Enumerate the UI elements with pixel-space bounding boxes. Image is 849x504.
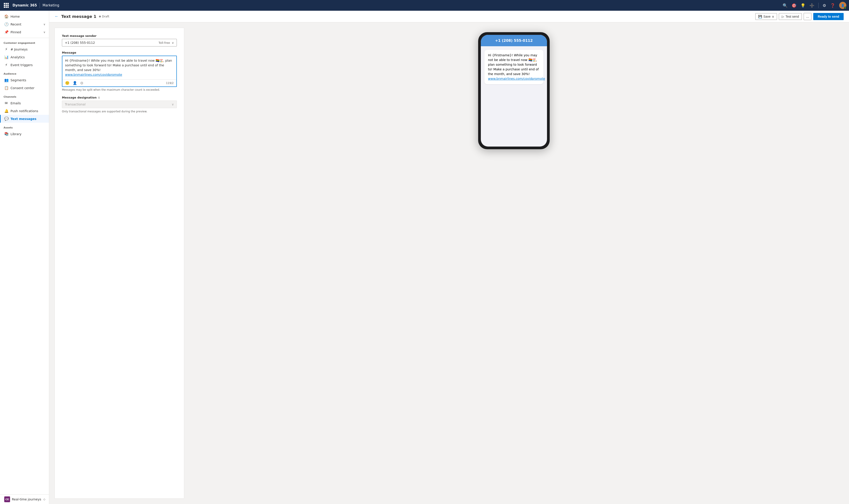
journeys-icon: ⚡: [4, 47, 8, 51]
designation-placeholder: Transactional: [65, 103, 86, 106]
ready-label: Ready to send: [818, 15, 839, 18]
recent-icon: 🕐: [4, 22, 8, 26]
sidebar-label-rtj: Real-time journeys: [12, 498, 41, 501]
status-badge: Draft: [99, 15, 109, 18]
sidebar-item-recent[interactable]: 🕐 Recent ∨: [0, 20, 49, 28]
message-text: Hi {Firstname}! While you may not be abl…: [65, 59, 172, 72]
emoji-icon[interactable]: 🙂: [65, 81, 70, 85]
sidebar-label-library: Library: [11, 132, 21, 136]
section-customer-engagement: Customer engagement ⚡ # Journeys 📊 Analy…: [0, 38, 49, 69]
sidebar-item-home[interactable]: 🏠 Home: [0, 13, 49, 20]
online-indicator: [844, 7, 846, 9]
message-label: Message: [62, 51, 177, 54]
sidebar-item-pinned[interactable]: 📌 Pinned ∨: [0, 28, 49, 36]
personalize-icon[interactable]: 👤: [73, 81, 77, 85]
phone-sms-body: Hi {Firstname}! While you may not be abl…: [481, 46, 547, 88]
header-actions: 💾 Save ∨ ▷ Test send ... Ready to send: [755, 13, 844, 20]
sms-bubble: Hi {Firstname}! While you may not be abl…: [484, 50, 544, 84]
sidebar: 🏠 Home 🕐 Recent ∨ 📌 Pinned ∨ Customer en…: [0, 11, 49, 504]
page-header: ← Text message 1 Draft 💾 Save ∨ ▷ Test s…: [49, 11, 849, 22]
form-card: Text message sender +1 (208) 555-0112 To…: [55, 28, 184, 499]
sidebar-label-sms: Text messages: [11, 117, 36, 121]
lightbulb-icon[interactable]: 💡: [800, 3, 806, 8]
sender-value: +1 (208) 555-0112: [65, 41, 95, 44]
sidebar-top: 🏠 Home 🕐 Recent ∨ 📌 Pinned ∨: [0, 11, 49, 38]
avatar[interactable]: 👤: [839, 2, 846, 9]
designation-chevron-icon: ∨: [172, 103, 174, 106]
sidebar-label-recent: Recent: [11, 22, 21, 26]
section-label-channels: Channels: [0, 92, 49, 99]
dynamic-content-icon[interactable]: ⊙: [80, 81, 83, 85]
message-field-group: Message Hi {Firstname}! While you may no…: [62, 51, 177, 91]
page-title: Text message 1: [61, 14, 96, 19]
push-icon: 🔔: [4, 109, 8, 113]
sidebar-label-emails: Emails: [11, 102, 21, 105]
sidebar-item-event-triggers[interactable]: ⚡ Event triggers: [0, 61, 49, 69]
phone-screen: +1 (208) 555-0112 Hi {Firstname}! While …: [481, 35, 547, 147]
sidebar-item-emails[interactable]: ✉️ Emails: [0, 99, 49, 107]
status-dot: [99, 16, 101, 17]
sender-right: Toll-free ∨: [159, 41, 174, 44]
sidebar-item-push[interactable]: 🔔 Push notifications: [0, 107, 49, 115]
sms-link: www.bnmairlines.com/covidpromote: [488, 77, 545, 80]
diamond-icon: ◇: [43, 498, 46, 501]
message-link[interactable]: www.bnmairlines.com/covidpromote: [65, 73, 122, 76]
help-icon[interactable]: ❓: [830, 3, 835, 8]
sidebar-label-home: Home: [11, 15, 20, 18]
phone-frame: +1 (208) 555-0112 Hi {Firstname}! While …: [478, 32, 550, 149]
save-icon: 💾: [758, 15, 762, 18]
sender-dropdown[interactable]: +1 (208) 555-0112 Toll-free ∨: [62, 39, 177, 47]
test-send-button[interactable]: ▷ Test send: [779, 13, 802, 20]
settings-icon[interactable]: ⚙️: [823, 3, 826, 8]
sms-icon: 💬: [4, 116, 8, 121]
waffle-menu[interactable]: [3, 2, 10, 9]
target-icon[interactable]: 🎯: [792, 3, 796, 8]
char-count: 119/2: [166, 82, 174, 85]
section-label-customer: Customer engagement: [0, 38, 49, 46]
info-icon: ℹ: [99, 96, 100, 99]
section-label-audience: Audience: [0, 69, 49, 76]
top-nav: Dynamic 365 Marketing 🔍 🎯 💡 ➕ ⚙️ ❓ 👤: [0, 0, 849, 11]
app-body: 🏠 Home 🕐 Recent ∨ 📌 Pinned ∨ Customer en…: [0, 11, 849, 504]
section-channels: Channels ✉️ Emails 🔔 Push notifications …: [0, 92, 49, 123]
ready-to-send-button[interactable]: Ready to send: [813, 13, 844, 20]
save-label: Save: [763, 15, 771, 18]
designation-dropdown[interactable]: Transactional ∨: [62, 101, 177, 108]
app-name: Dynamic 365: [13, 3, 37, 7]
content-area: Text message sender +1 (208) 555-0112 To…: [49, 22, 849, 504]
event-icon: ⚡: [4, 63, 8, 67]
consent-icon: 📋: [4, 86, 8, 90]
sidebar-item-consent[interactable]: 📋 Consent center: [0, 84, 49, 92]
message-textarea-wrapper: Hi {Firstname}! While you may not be abl…: [62, 56, 177, 87]
sidebar-label-analytics: Analytics: [11, 55, 25, 59]
save-button[interactable]: 💾 Save ∨: [755, 13, 777, 20]
more-icon: ...: [806, 15, 809, 18]
email-icon: ✉️: [4, 101, 8, 105]
sidebar-label-journeys: # Journeys: [11, 48, 28, 51]
analytics-icon: 📊: [4, 55, 8, 59]
search-icon[interactable]: 🔍: [783, 3, 788, 8]
phone-number-display: +1 (208) 555-0112: [495, 38, 533, 43]
sidebar-item-real-time-journeys[interactable]: CE Real-time journeys ◇: [0, 494, 49, 504]
phone-preview: +1 (208) 555-0112 Hi {Firstname}! While …: [184, 28, 844, 499]
add-icon[interactable]: ➕: [810, 3, 814, 8]
message-content[interactable]: Hi {Firstname}! While you may not be abl…: [63, 56, 176, 79]
more-options-button[interactable]: ...: [803, 13, 811, 20]
toolbar-icons: 🙂 👤 ⊙: [65, 81, 83, 85]
split-helper: Messages may be split when the maximum c…: [62, 88, 177, 91]
sidebar-item-segments[interactable]: 👥 Segments: [0, 76, 49, 84]
sidebar-item-library[interactable]: 📚 Library: [0, 130, 49, 138]
ce-badge: CE: [4, 497, 10, 502]
back-button[interactable]: ←: [55, 14, 58, 19]
segments-icon: 👥: [4, 78, 8, 82]
save-chevron-icon: ∨: [772, 15, 774, 18]
textarea-toolbar: 🙂 👤 ⊙ 119/2: [63, 79, 176, 87]
sidebar-item-analytics[interactable]: 📊 Analytics: [0, 53, 49, 61]
sidebar-item-journeys[interactable]: ⚡ # Journeys: [0, 46, 49, 53]
sidebar-label-consent: Consent center: [11, 86, 34, 90]
sidebar-item-text-messages[interactable]: 💬 Text messages: [0, 115, 49, 123]
home-icon: 🏠: [4, 14, 8, 19]
nav-divider-2: [818, 3, 819, 8]
status-label: Draft: [102, 15, 109, 18]
section-audience: Audience 👥 Segments 📋 Consent center: [0, 69, 49, 92]
